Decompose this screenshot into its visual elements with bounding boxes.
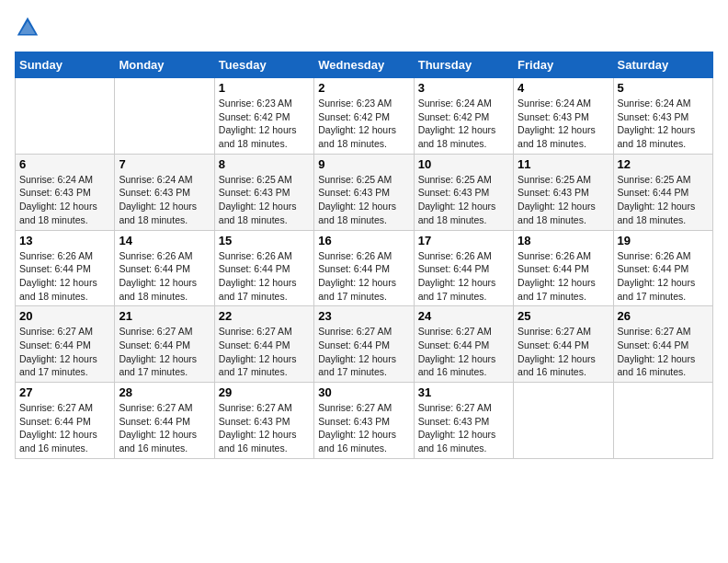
calendar-cell: 28Sunrise: 6:27 AM Sunset: 6:44 PM Dayli… xyxy=(115,383,214,459)
day-number: 22 xyxy=(219,309,310,323)
day-number: 8 xyxy=(219,157,310,171)
day-number: 2 xyxy=(318,81,409,95)
day-number: 29 xyxy=(219,385,310,399)
day-number: 4 xyxy=(518,81,609,95)
day-number: 1 xyxy=(219,81,310,95)
calendar-cell: 2Sunrise: 6:23 AM Sunset: 6:42 PM Daylig… xyxy=(314,78,414,155)
day-number: 18 xyxy=(518,234,609,247)
day-number: 13 xyxy=(19,234,110,247)
header-tuesday: Tuesday xyxy=(214,52,313,78)
day-info: Sunrise: 6:27 AM Sunset: 6:44 PM Dayligh… xyxy=(119,325,210,379)
calendar-cell: 14Sunrise: 6:26 AM Sunset: 6:44 PM Dayli… xyxy=(115,230,214,306)
calendar-cell: 31Sunrise: 6:27 AM Sunset: 6:43 PM Dayli… xyxy=(414,383,513,459)
calendar-week-5: 27Sunrise: 6:27 AM Sunset: 6:44 PM Dayli… xyxy=(16,383,713,459)
calendar-cell: 12Sunrise: 6:25 AM Sunset: 6:44 PM Dayli… xyxy=(613,154,712,230)
day-info: Sunrise: 6:27 AM Sunset: 6:44 PM Dayligh… xyxy=(518,325,609,379)
calendar-week-4: 20Sunrise: 6:27 AM Sunset: 6:44 PM Dayli… xyxy=(16,306,713,383)
calendar-cell: 11Sunrise: 6:25 AM Sunset: 6:43 PM Dayli… xyxy=(514,154,613,230)
header-saturday: Saturday xyxy=(613,52,712,78)
day-info: Sunrise: 6:26 AM Sunset: 6:44 PM Dayligh… xyxy=(318,249,409,304)
calendar-cell: 9Sunrise: 6:25 AM Sunset: 6:43 PM Daylig… xyxy=(314,154,414,230)
page-header xyxy=(15,15,713,40)
day-info: Sunrise: 6:26 AM Sunset: 6:44 PM Dayligh… xyxy=(19,249,110,304)
day-info: Sunrise: 6:26 AM Sunset: 6:44 PM Dayligh… xyxy=(418,249,509,304)
day-info: Sunrise: 6:24 AM Sunset: 6:43 PM Dayligh… xyxy=(19,173,110,227)
header-wednesday: Wednesday xyxy=(314,52,414,78)
calendar-cell: 3Sunrise: 6:24 AM Sunset: 6:42 PM Daylig… xyxy=(414,78,513,155)
day-number: 12 xyxy=(618,157,709,171)
calendar-header-row: SundayMondayTuesdayWednesdayThursdayFrid… xyxy=(16,52,713,78)
day-info: Sunrise: 6:24 AM Sunset: 6:43 PM Dayligh… xyxy=(618,97,709,151)
calendar-cell: 19Sunrise: 6:26 AM Sunset: 6:44 PM Dayli… xyxy=(613,230,712,306)
day-number: 11 xyxy=(518,157,609,171)
day-info: Sunrise: 6:25 AM Sunset: 6:43 PM Dayligh… xyxy=(418,173,509,227)
calendar-cell: 8Sunrise: 6:25 AM Sunset: 6:43 PM Daylig… xyxy=(214,154,313,230)
day-number: 23 xyxy=(318,309,409,323)
logo-icon xyxy=(15,15,40,40)
calendar-week-1: 1Sunrise: 6:23 AM Sunset: 6:42 PM Daylig… xyxy=(16,78,713,155)
calendar-cell: 1Sunrise: 6:23 AM Sunset: 6:42 PM Daylig… xyxy=(214,78,313,155)
calendar-cell: 29Sunrise: 6:27 AM Sunset: 6:43 PM Dayli… xyxy=(214,383,313,459)
day-info: Sunrise: 6:27 AM Sunset: 6:43 PM Dayligh… xyxy=(219,401,310,455)
day-info: Sunrise: 6:27 AM Sunset: 6:44 PM Dayligh… xyxy=(19,325,110,379)
calendar-week-2: 6Sunrise: 6:24 AM Sunset: 6:43 PM Daylig… xyxy=(16,154,713,230)
logo xyxy=(15,15,44,40)
day-number: 19 xyxy=(618,234,709,247)
day-number: 6 xyxy=(19,157,110,171)
day-info: Sunrise: 6:23 AM Sunset: 6:42 PM Dayligh… xyxy=(219,97,310,151)
calendar-cell: 6Sunrise: 6:24 AM Sunset: 6:43 PM Daylig… xyxy=(16,154,115,230)
day-info: Sunrise: 6:26 AM Sunset: 6:44 PM Dayligh… xyxy=(618,249,709,304)
calendar-cell xyxy=(115,78,214,155)
day-info: Sunrise: 6:27 AM Sunset: 6:44 PM Dayligh… xyxy=(19,401,110,455)
day-number: 20 xyxy=(19,309,110,323)
day-info: Sunrise: 6:23 AM Sunset: 6:42 PM Dayligh… xyxy=(318,97,409,151)
calendar-cell: 21Sunrise: 6:27 AM Sunset: 6:44 PM Dayli… xyxy=(115,306,214,383)
day-number: 31 xyxy=(418,385,509,399)
calendar-cell: 23Sunrise: 6:27 AM Sunset: 6:44 PM Dayli… xyxy=(314,306,414,383)
calendar-cell: 30Sunrise: 6:27 AM Sunset: 6:43 PM Dayli… xyxy=(314,383,414,459)
calendar-week-3: 13Sunrise: 6:26 AM Sunset: 6:44 PM Dayli… xyxy=(16,230,713,306)
calendar-cell: 17Sunrise: 6:26 AM Sunset: 6:44 PM Dayli… xyxy=(414,230,513,306)
day-number: 9 xyxy=(318,157,409,171)
day-number: 27 xyxy=(19,385,110,399)
day-number: 30 xyxy=(318,385,409,399)
calendar-cell: 10Sunrise: 6:25 AM Sunset: 6:43 PM Dayli… xyxy=(414,154,513,230)
day-info: Sunrise: 6:27 AM Sunset: 6:44 PM Dayligh… xyxy=(219,325,310,379)
day-info: Sunrise: 6:24 AM Sunset: 6:43 PM Dayligh… xyxy=(119,173,210,227)
header-thursday: Thursday xyxy=(414,52,513,78)
day-info: Sunrise: 6:27 AM Sunset: 6:43 PM Dayligh… xyxy=(418,401,509,455)
calendar-cell xyxy=(514,383,613,459)
calendar-cell: 7Sunrise: 6:24 AM Sunset: 6:43 PM Daylig… xyxy=(115,154,214,230)
header-sunday: Sunday xyxy=(16,52,115,78)
calendar-cell: 15Sunrise: 6:26 AM Sunset: 6:44 PM Dayli… xyxy=(214,230,313,306)
day-number: 14 xyxy=(119,234,210,247)
calendar-cell: 5Sunrise: 6:24 AM Sunset: 6:43 PM Daylig… xyxy=(613,78,712,155)
day-info: Sunrise: 6:26 AM Sunset: 6:44 PM Dayligh… xyxy=(219,249,310,304)
day-info: Sunrise: 6:24 AM Sunset: 6:43 PM Dayligh… xyxy=(518,97,609,151)
day-info: Sunrise: 6:27 AM Sunset: 6:44 PM Dayligh… xyxy=(418,325,509,379)
day-info: Sunrise: 6:25 AM Sunset: 6:44 PM Dayligh… xyxy=(618,173,709,227)
calendar-cell: 24Sunrise: 6:27 AM Sunset: 6:44 PM Dayli… xyxy=(414,306,513,383)
day-number: 5 xyxy=(618,81,709,95)
day-info: Sunrise: 6:27 AM Sunset: 6:44 PM Dayligh… xyxy=(618,325,709,379)
header-friday: Friday xyxy=(514,52,613,78)
day-info: Sunrise: 6:27 AM Sunset: 6:43 PM Dayligh… xyxy=(318,401,409,455)
day-info: Sunrise: 6:27 AM Sunset: 6:44 PM Dayligh… xyxy=(119,401,210,455)
day-info: Sunrise: 6:25 AM Sunset: 6:43 PM Dayligh… xyxy=(219,173,310,227)
day-number: 15 xyxy=(219,234,310,247)
calendar-cell xyxy=(613,383,712,459)
day-number: 24 xyxy=(418,309,509,323)
day-info: Sunrise: 6:25 AM Sunset: 6:43 PM Dayligh… xyxy=(518,173,609,227)
day-number: 28 xyxy=(119,385,210,399)
calendar-cell: 25Sunrise: 6:27 AM Sunset: 6:44 PM Dayli… xyxy=(514,306,613,383)
day-info: Sunrise: 6:26 AM Sunset: 6:44 PM Dayligh… xyxy=(518,249,609,304)
day-number: 7 xyxy=(119,157,210,171)
calendar-cell: 18Sunrise: 6:26 AM Sunset: 6:44 PM Dayli… xyxy=(514,230,613,306)
day-number: 21 xyxy=(119,309,210,323)
day-number: 16 xyxy=(318,234,409,247)
header-monday: Monday xyxy=(115,52,214,78)
calendar-cell: 16Sunrise: 6:26 AM Sunset: 6:44 PM Dayli… xyxy=(314,230,414,306)
calendar-cell: 22Sunrise: 6:27 AM Sunset: 6:44 PM Dayli… xyxy=(214,306,313,383)
day-number: 3 xyxy=(418,81,509,95)
calendar-cell: 27Sunrise: 6:27 AM Sunset: 6:44 PM Dayli… xyxy=(16,383,115,459)
